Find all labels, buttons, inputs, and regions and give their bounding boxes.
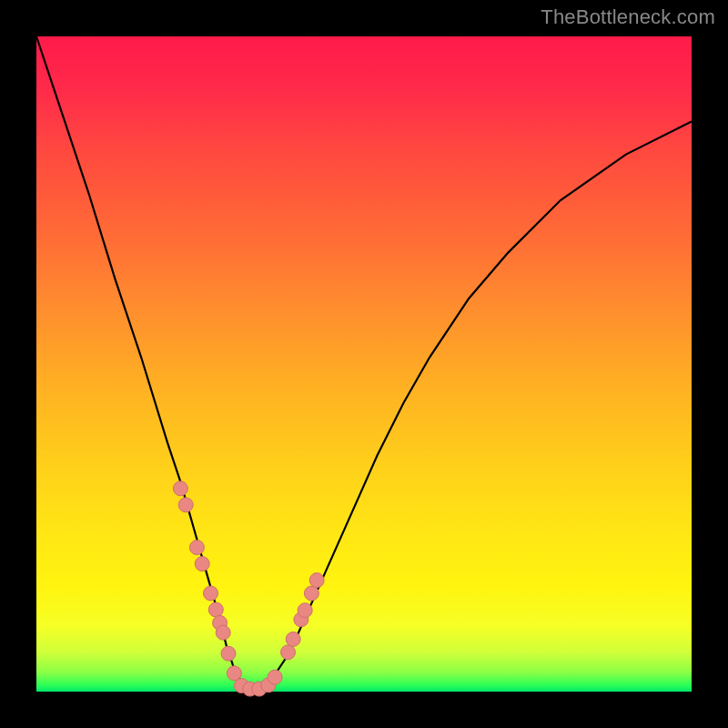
- chart-frame: TheBottleneck.com: [0, 0, 728, 728]
- marker-dot: [178, 498, 193, 512]
- watermark-text: TheBottleneck.com: [541, 5, 715, 29]
- curve-layer: [36, 36, 692, 692]
- marker-dot: [268, 670, 282, 684]
- plot-area: [36, 36, 692, 692]
- marker-dot: [195, 557, 209, 571]
- marker-dot: [309, 573, 324, 588]
- marker-dot: [286, 632, 300, 646]
- marker-dot: [221, 646, 236, 661]
- marker-dot: [281, 645, 296, 660]
- marker-dot: [173, 481, 187, 496]
- marker-dot: [216, 625, 230, 640]
- marker-dot: [208, 602, 223, 617]
- marker-dot: [204, 586, 218, 601]
- marker-dot: [298, 603, 312, 618]
- marker-dot: [304, 586, 318, 601]
- bottleneck-curve: [36, 36, 692, 688]
- marker-dot: [189, 541, 204, 555]
- marker-dots: [173, 481, 324, 696]
